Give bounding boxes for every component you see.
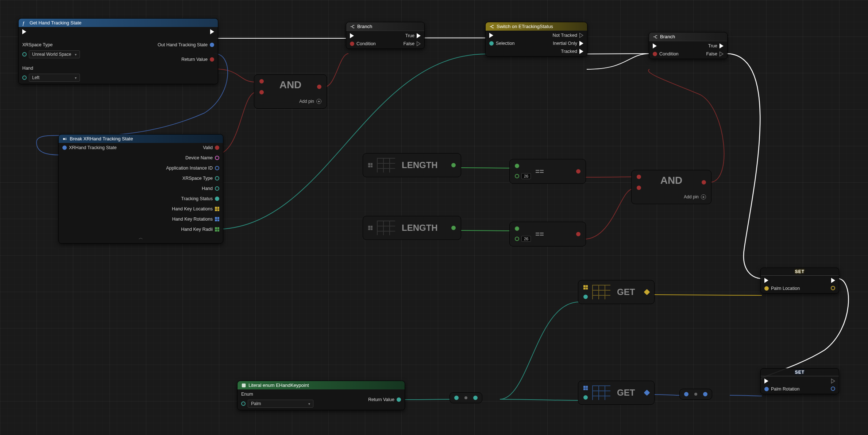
and-output[interactable] xyxy=(317,85,321,89)
index-pin[interactable] xyxy=(583,295,588,299)
selection-pin[interactable]: Selection xyxy=(489,41,514,46)
conv-in[interactable] xyxy=(454,396,459,400)
add-pin-button[interactable]: Add pin + xyxy=(259,99,321,104)
node-get-hand-tracking-state[interactable]: ƒ Get Hand Tracking State XRSpace Type U… xyxy=(18,18,218,84)
int-out-pin[interactable] xyxy=(451,163,456,167)
out-state-pin[interactable]: Out Hand Tracking State xyxy=(158,42,214,47)
enum-dropdown[interactable]: Palm ▾ xyxy=(248,400,313,408)
exec-in-pin[interactable] xyxy=(350,33,376,38)
eq-out-pin[interactable] xyxy=(576,169,580,174)
index-pin[interactable] xyxy=(583,395,588,400)
eq-out-pin[interactable] xyxy=(576,232,580,236)
exec-out-pin[interactable] xyxy=(831,278,835,283)
value-out-pin[interactable] xyxy=(831,387,835,391)
value-out-pin[interactable] xyxy=(831,286,835,290)
node-length-2[interactable]: LENGTH xyxy=(363,216,461,240)
array-in-pin[interactable] xyxy=(368,226,373,230)
eq-b-pin[interactable] xyxy=(515,237,519,241)
node-equals-1[interactable]: 26 == xyxy=(509,159,586,184)
exec-in-pin[interactable] xyxy=(764,278,800,283)
palm-rotation-pin[interactable]: Palm Rotation xyxy=(764,387,800,392)
node-array-get-1[interactable]: GET xyxy=(578,280,655,304)
condition-pin[interactable]: Condition xyxy=(653,51,679,57)
array-in-pin[interactable] xyxy=(368,163,373,167)
and-input-b[interactable] xyxy=(637,186,641,190)
node-branch-2[interactable]: Branch Condition True False xyxy=(649,32,728,59)
hand-key-loc-pin[interactable]: Hand Key Locations xyxy=(172,206,219,211)
node-and-2[interactable]: AND Add pin + xyxy=(631,170,711,204)
node-convert-byte[interactable] xyxy=(450,392,482,403)
xrspace-pin[interactable] xyxy=(22,52,27,57)
and-input-a[interactable] xyxy=(259,79,264,83)
int-out-pin[interactable] xyxy=(451,226,456,230)
exec-out-pin[interactable] xyxy=(831,378,835,384)
array-in-pin[interactable] xyxy=(583,386,588,390)
return-value-pin[interactable]: Return Value xyxy=(368,397,401,402)
node-literal-enum[interactable]: Literal enum EHandKeypoint Enum Palm ▾ R… xyxy=(237,381,405,410)
switch-icon xyxy=(489,24,494,29)
xrspace-dropdown[interactable]: Unreal World Space ▾ xyxy=(29,50,80,58)
hand-key-rot-pin[interactable]: Hand Key Rotations xyxy=(172,217,219,222)
array-grid-icon xyxy=(377,221,395,235)
struct-out-pin[interactable] xyxy=(644,390,650,396)
palm-rotation-label: Palm Rotation xyxy=(771,387,800,392)
true-pin[interactable]: True xyxy=(405,33,421,38)
and-op-label: AND xyxy=(279,79,302,94)
false-pin[interactable]: False xyxy=(706,51,724,57)
return-value-label: Return Value xyxy=(368,397,394,402)
eq-b-value[interactable]: 26 xyxy=(521,236,531,242)
true-pin[interactable]: True xyxy=(708,43,724,48)
exec-out-pin[interactable] xyxy=(210,29,214,34)
node-header: Branch xyxy=(649,32,727,41)
enum-pin[interactable] xyxy=(241,401,246,406)
conv-in[interactable] xyxy=(684,392,688,396)
exec-in-pin[interactable] xyxy=(653,43,679,48)
node-convert-rotator[interactable] xyxy=(679,389,712,400)
array-in-pin[interactable] xyxy=(583,285,588,290)
false-pin[interactable]: False xyxy=(403,41,421,46)
and-input-a[interactable] xyxy=(637,175,641,179)
exec-in-pin[interactable] xyxy=(764,378,800,384)
valid-pin[interactable]: Valid xyxy=(203,145,219,150)
node-and-1[interactable]: AND Add pin + xyxy=(254,74,327,109)
struct-out-pin[interactable] xyxy=(644,289,650,295)
eq-a-pin[interactable] xyxy=(515,226,519,231)
conv-out[interactable] xyxy=(473,396,478,400)
condition-pin[interactable]: Condition xyxy=(350,41,376,46)
inertial-pin[interactable]: Inertial Only xyxy=(553,41,583,46)
expand-toggle[interactable]: ︿ xyxy=(59,234,223,243)
and-output[interactable] xyxy=(702,180,706,185)
exec-in-pin[interactable] xyxy=(489,33,514,38)
eq-b-value[interactable]: 26 xyxy=(521,173,531,179)
tracking-status-pin[interactable]: Tracking Status xyxy=(181,196,219,201)
add-pin-button[interactable]: Add pin + xyxy=(637,194,706,199)
hand-pin[interactable]: Hand xyxy=(202,186,219,191)
node-break-xrhand-tracking-state[interactable]: Break XRHand Tracking State XRHand Track… xyxy=(58,134,223,244)
node-set-palm-rotation[interactable]: SET Palm Rotation xyxy=(760,368,839,394)
return-value-pin[interactable]: Return Value xyxy=(181,57,214,62)
not-tracked-pin[interactable]: Not Tracked xyxy=(553,33,583,38)
device-name-pin[interactable]: Device Name xyxy=(185,155,219,160)
conv-out[interactable] xyxy=(703,392,707,396)
equals-icon: == xyxy=(535,230,544,238)
node-switch-tracking-status[interactable]: Switch on ETrackingStatus Selection Not … xyxy=(485,22,587,57)
hand-dropdown[interactable]: Left ▾ xyxy=(29,74,80,82)
and-input-b[interactable] xyxy=(259,90,264,94)
eq-b-pin[interactable] xyxy=(515,174,519,178)
hand-key-radii-pin[interactable]: Hand Key Radii xyxy=(181,227,219,232)
tracked-pin[interactable]: Tracked xyxy=(561,49,583,54)
hand-pin[interactable] xyxy=(22,75,27,80)
node-title: Literal enum EHandKeypoint xyxy=(248,382,309,388)
node-branch-1[interactable]: Branch Condition True False xyxy=(346,22,425,49)
xrspace-pin[interactable]: XRSpace Type xyxy=(182,176,219,181)
node-equals-2[interactable]: 26 == xyxy=(509,222,586,246)
eq-a-pin[interactable] xyxy=(515,164,519,168)
get-label: GET xyxy=(617,287,635,297)
app-id-pin[interactable]: Application Instance ID xyxy=(166,166,219,171)
node-length-1[interactable]: LENGTH xyxy=(363,153,461,177)
palm-location-pin[interactable]: Palm Location xyxy=(764,286,800,291)
exec-in-pin[interactable] xyxy=(22,29,80,34)
node-set-palm-location[interactable]: SET Palm Location xyxy=(760,268,839,294)
node-array-get-2[interactable]: GET xyxy=(578,381,655,405)
input-state-pin[interactable]: XRHand Tracking State xyxy=(62,145,117,150)
